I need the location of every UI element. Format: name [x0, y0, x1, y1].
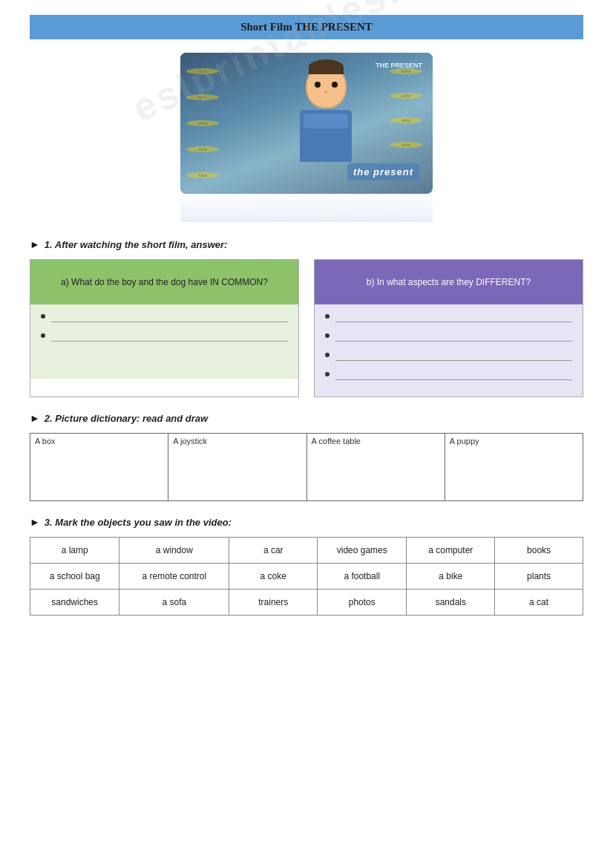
table-cell[interactable]: video games [318, 538, 407, 564]
table-cell[interactable]: photos [318, 590, 407, 616]
bullet-dot [325, 372, 330, 376]
pic-cell-joystick-label: A joystick [168, 434, 306, 448]
section3-arrow: ► [30, 516, 40, 528]
title-bar: Short Film THE PRESENT [30, 15, 583, 39]
pic-cell-puppy-draw [445, 448, 583, 500]
section1-table: a) What do the boy and the dog have IN C… [30, 259, 583, 397]
section1-title: 1. After watching the short film, answer… [45, 239, 228, 250]
bullet-dot [325, 314, 330, 319]
bullet-b-3 [325, 350, 572, 361]
bullet-line [335, 312, 572, 322]
table-cell[interactable]: plants [495, 564, 583, 590]
table-cell[interactable]: sandwiches [30, 590, 119, 616]
bullet-dot [325, 333, 330, 338]
bullet-b-2 [325, 331, 572, 342]
table-cell[interactable]: a cat [495, 590, 583, 616]
column-b: b) In what aspects are they DIFFERENT? [314, 259, 583, 397]
pic-cell-coffee-table-label: A coffee table [307, 434, 445, 448]
table-cell[interactable]: a window [119, 538, 229, 564]
bullet-line [335, 370, 572, 380]
table-cell[interactable]: a computer [407, 538, 495, 564]
bullet-a-2 [41, 331, 288, 342]
column-b-header: b) In what aspects are they DIFFERENT? [315, 260, 583, 304]
section3-title: 3. Mark the objects you saw in the video… [45, 517, 232, 528]
table-row: a lampa windowa carvideo gamesa computer… [30, 538, 583, 564]
objects-table: a lampa windowa carvideo gamesa computer… [30, 537, 583, 616]
bullet-line [335, 331, 572, 342]
bullet-line [335, 350, 572, 361]
section2-arrow: ► [30, 412, 40, 424]
table-cell[interactable]: a sofa [119, 590, 229, 616]
pic-cell-box-draw [30, 448, 168, 500]
table-row: a school baga remote controla cokea foot… [30, 564, 583, 590]
table-cell[interactable]: trainers [229, 590, 318, 616]
table-cell[interactable]: a remote control [119, 564, 229, 590]
table-cell[interactable]: a lamp [30, 538, 119, 564]
pic-cell-puppy: A puppy [445, 434, 583, 501]
pic-cell-joystick-draw [168, 448, 306, 500]
bullet-a-1 [41, 312, 288, 322]
section2-title: 2. Picture dictionary: read and draw [45, 413, 208, 424]
pic-cell-box-label: A box [30, 434, 168, 448]
table-cell[interactable]: sandals [407, 590, 495, 616]
bullet-b-4 [325, 370, 572, 380]
table-cell[interactable]: a football [318, 564, 407, 590]
movie-label: the present [347, 163, 419, 180]
table-cell[interactable]: a coke [229, 564, 318, 590]
table-cell[interactable]: books [495, 538, 583, 564]
picture-dictionary: A box A joystick A coffee table A puppy [30, 433, 583, 501]
table-cell[interactable]: a school bag [30, 564, 119, 590]
column-a: a) What do the boy and the dog have IN C… [30, 259, 299, 397]
pic-cell-joystick: A joystick [168, 434, 306, 501]
movie-title-overlay: THE PRESENT [376, 62, 422, 71]
bullet-line [51, 331, 288, 342]
section2-header: ► 2. Picture dictionary: read and draw [30, 412, 583, 424]
pic-cell-puppy-label: A puppy [445, 434, 583, 448]
movie-image-container: ✿✿✿ ✿✿✿ ✿✿✿ ✿✿✿ ✿✿✿ ✿✿✿ ✿✿✿ ✿✿✿ ✿✿✿ [30, 53, 583, 222]
table-row: sandwichesa sofatrainersphotossandalsa c… [30, 590, 583, 616]
pic-cell-coffee-table: A coffee table [307, 434, 445, 501]
bullet-dot [325, 353, 330, 357]
column-b-body [315, 304, 583, 397]
table-cell[interactable]: a car [229, 538, 318, 564]
column-a-header: a) What do the boy and the dog have IN C… [30, 260, 298, 304]
section3-header: ► 3. Mark the objects you saw in the vid… [30, 516, 583, 528]
bullet-line [51, 312, 288, 322]
section1-arrow: ► [30, 238, 40, 250]
movie-reflection [180, 192, 433, 222]
bullet-dot [41, 314, 45, 319]
section1-header: ► 1. After watching the short film, answ… [30, 238, 583, 250]
table-cell[interactable]: a bike [407, 564, 495, 590]
pic-cell-box: A box [30, 434, 168, 501]
page-title: Short Film THE PRESENT [240, 21, 373, 33]
bullet-dot [41, 333, 45, 338]
column-a-body [30, 304, 298, 379]
bullet-b-1 [325, 312, 572, 322]
pic-cell-coffee-table-draw [307, 448, 445, 500]
movie-image: ✿✿✿ ✿✿✿ ✿✿✿ ✿✿✿ ✿✿✿ ✿✿✿ ✿✿✿ ✿✿✿ ✿✿✿ [180, 53, 433, 194]
